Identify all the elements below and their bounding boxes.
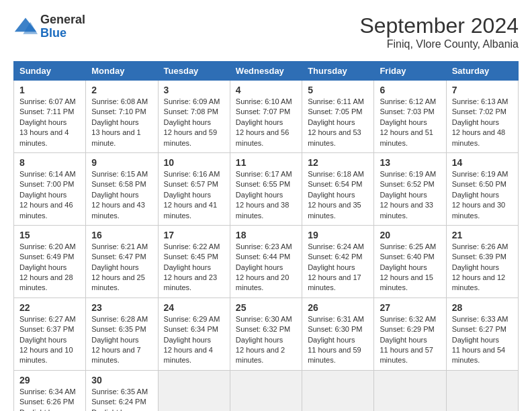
day-info: Sunrise: 6:25 AMSunset: 6:40 PMDaylight … [380, 242, 436, 292]
day-number: 11 [236, 157, 296, 168]
calendar-day-cell: 5 Sunrise: 6:11 AMSunset: 7:05 PMDayligh… [302, 81, 374, 153]
day-number: 30 [91, 375, 152, 385]
day-info: Sunrise: 6:21 AMSunset: 6:47 PMDaylight … [91, 242, 148, 292]
calendar-day-cell: 21 Sunrise: 6:26 AMSunset: 6:39 PMDaylig… [446, 225, 518, 298]
col-monday: Monday [86, 62, 158, 81]
day-number: 19 [308, 230, 368, 240]
calendar-day-cell [446, 370, 518, 411]
day-number: 21 [452, 230, 513, 240]
day-info: Sunrise: 6:29 AMSunset: 6:34 PMDaylight … [164, 315, 220, 365]
day-number: 6 [380, 85, 440, 95]
calendar-day-cell: 23 Sunrise: 6:28 AMSunset: 6:35 PMDaylig… [86, 298, 158, 370]
calendar-day-cell [230, 370, 302, 411]
calendar-day-cell: 8 Sunrise: 6:14 AMSunset: 7:00 PMDayligh… [14, 152, 86, 225]
day-info: Sunrise: 6:16 AMSunset: 6:57 PMDaylight … [164, 170, 220, 220]
calendar-header-row: Sunday Monday Tuesday Wednesday Thursday… [14, 62, 519, 81]
calendar-day-cell: 3 Sunrise: 6:09 AMSunset: 7:08 PMDayligh… [158, 81, 230, 153]
title-block: September 2024 Finiq, Vlore County, Alba… [359, 13, 519, 50]
day-number: 12 [308, 157, 368, 168]
day-info: Sunrise: 6:33 AMSunset: 6:27 PMDaylight … [452, 315, 508, 365]
col-tuesday: Tuesday [158, 62, 230, 81]
day-info: Sunrise: 6:10 AMSunset: 7:07 PMDaylight … [236, 97, 292, 147]
calendar-day-cell: 6 Sunrise: 6:12 AMSunset: 7:03 PMDayligh… [374, 81, 446, 153]
calendar-day-cell: 4 Sunrise: 6:10 AMSunset: 7:07 PMDayligh… [230, 81, 302, 153]
day-number: 10 [164, 157, 224, 168]
page-header: General Blue September 2024 Finiq, Vlore… [13, 13, 519, 50]
calendar-day-cell: 28 Sunrise: 6:33 AMSunset: 6:27 PMDaylig… [446, 298, 518, 370]
day-info: Sunrise: 6:22 AMSunset: 6:45 PMDaylight … [164, 242, 220, 292]
day-info: Sunrise: 6:24 AMSunset: 6:42 PMDaylight … [308, 242, 364, 292]
calendar-day-cell: 13 Sunrise: 6:19 AMSunset: 6:52 PMDaylig… [374, 152, 446, 225]
day-info: Sunrise: 6:32 AMSunset: 6:29 PMDaylight … [380, 315, 436, 365]
day-info: Sunrise: 6:18 AMSunset: 6:54 PMDaylight … [308, 170, 364, 220]
day-info: Sunrise: 6:27 AMSunset: 6:37 PMDaylight … [19, 315, 76, 365]
calendar-day-cell [158, 370, 230, 411]
col-wednesday: Wednesday [230, 62, 302, 81]
day-number: 3 [164, 85, 224, 95]
day-info: Sunrise: 6:15 AMSunset: 6:58 PMDaylight … [91, 170, 148, 220]
day-info: Sunrise: 6:13 AMSunset: 7:02 PMDaylight … [452, 97, 508, 147]
calendar-day-cell: 9 Sunrise: 6:15 AMSunset: 6:58 PMDayligh… [86, 152, 158, 225]
calendar-day-cell: 16 Sunrise: 6:21 AMSunset: 6:47 PMDaylig… [86, 225, 158, 298]
day-number: 17 [164, 230, 224, 240]
calendar-day-cell [302, 370, 374, 411]
calendar-day-cell: 15 Sunrise: 6:20 AMSunset: 6:49 PMDaylig… [14, 225, 86, 298]
col-sunday: Sunday [14, 62, 86, 81]
day-info: Sunrise: 6:35 AMSunset: 6:24 PMDaylight … [91, 387, 148, 411]
day-number: 8 [19, 157, 80, 168]
day-info: Sunrise: 6:08 AMSunset: 7:10 PMDaylight … [91, 97, 148, 147]
col-thursday: Thursday [302, 62, 374, 81]
day-number: 27 [380, 302, 440, 313]
col-friday: Friday [374, 62, 446, 81]
day-info: Sunrise: 6:11 AMSunset: 7:05 PMDaylight … [308, 97, 364, 147]
calendar-week-row: 29 Sunrise: 6:34 AMSunset: 6:26 PMDaylig… [14, 370, 519, 411]
day-number: 23 [91, 302, 152, 313]
col-saturday: Saturday [446, 62, 518, 81]
calendar-day-cell: 11 Sunrise: 6:17 AMSunset: 6:55 PMDaylig… [230, 152, 302, 225]
day-info: Sunrise: 6:26 AMSunset: 6:39 PMDaylight … [452, 242, 508, 292]
location-title: Finiq, Vlore County, Albania [359, 38, 519, 50]
day-number: 4 [236, 85, 296, 95]
day-info: Sunrise: 6:28 AMSunset: 6:35 PMDaylight … [91, 315, 148, 365]
calendar-day-cell: 18 Sunrise: 6:23 AMSunset: 6:44 PMDaylig… [230, 225, 302, 298]
calendar-day-cell: 27 Sunrise: 6:32 AMSunset: 6:29 PMDaylig… [374, 298, 446, 370]
day-info: Sunrise: 6:23 AMSunset: 6:44 PMDaylight … [236, 242, 292, 292]
calendar-day-cell: 29 Sunrise: 6:34 AMSunset: 6:26 PMDaylig… [14, 370, 86, 411]
calendar-day-cell: 1 Sunrise: 6:07 AMSunset: 7:11 PMDayligh… [14, 81, 86, 153]
day-info: Sunrise: 6:17 AMSunset: 6:55 PMDaylight … [236, 170, 292, 220]
day-number: 18 [236, 230, 296, 240]
calendar-day-cell: 30 Sunrise: 6:35 AMSunset: 6:24 PMDaylig… [86, 370, 158, 411]
logo-general-text: General [40, 13, 85, 27]
day-info: Sunrise: 6:12 AMSunset: 7:03 PMDaylight … [380, 97, 436, 147]
day-number: 28 [452, 302, 513, 313]
day-number: 20 [380, 230, 440, 240]
day-info: Sunrise: 6:31 AMSunset: 6:30 PMDaylight … [308, 315, 364, 365]
day-number: 24 [164, 302, 224, 313]
day-info: Sunrise: 6:34 AMSunset: 6:26 PMDaylight … [19, 387, 76, 411]
calendar-week-row: 1 Sunrise: 6:07 AMSunset: 7:11 PMDayligh… [14, 81, 519, 153]
day-number: 26 [308, 302, 368, 313]
logo-blue-text: Blue [40, 27, 85, 40]
calendar-day-cell: 17 Sunrise: 6:22 AMSunset: 6:45 PMDaylig… [158, 225, 230, 298]
calendar-week-row: 8 Sunrise: 6:14 AMSunset: 7:00 PMDayligh… [14, 152, 519, 225]
day-info: Sunrise: 6:19 AMSunset: 6:50 PMDaylight … [452, 170, 508, 220]
logo-icon [13, 15, 38, 39]
day-number: 1 [19, 85, 80, 95]
day-info: Sunrise: 6:09 AMSunset: 7:08 PMDaylight … [164, 97, 220, 147]
calendar-day-cell: 25 Sunrise: 6:30 AMSunset: 6:32 PMDaylig… [230, 298, 302, 370]
calendar-day-cell: 24 Sunrise: 6:29 AMSunset: 6:34 PMDaylig… [158, 298, 230, 370]
day-number: 14 [452, 157, 513, 168]
day-number: 16 [91, 230, 152, 240]
day-info: Sunrise: 6:07 AMSunset: 7:11 PMDaylight … [19, 97, 76, 147]
calendar-day-cell: 7 Sunrise: 6:13 AMSunset: 7:02 PMDayligh… [446, 81, 518, 153]
calendar-day-cell: 20 Sunrise: 6:25 AMSunset: 6:40 PMDaylig… [374, 225, 446, 298]
calendar-day-cell: 14 Sunrise: 6:19 AMSunset: 6:50 PMDaylig… [446, 152, 518, 225]
day-number: 2 [91, 85, 152, 95]
day-number: 7 [452, 85, 513, 95]
day-info: Sunrise: 6:19 AMSunset: 6:52 PMDaylight … [380, 170, 436, 220]
logo: General Blue [13, 13, 85, 40]
calendar-day-cell [374, 370, 446, 411]
logo-text: General Blue [40, 13, 85, 40]
calendar-day-cell: 22 Sunrise: 6:27 AMSunset: 6:37 PMDaylig… [14, 298, 86, 370]
day-number: 5 [308, 85, 368, 95]
